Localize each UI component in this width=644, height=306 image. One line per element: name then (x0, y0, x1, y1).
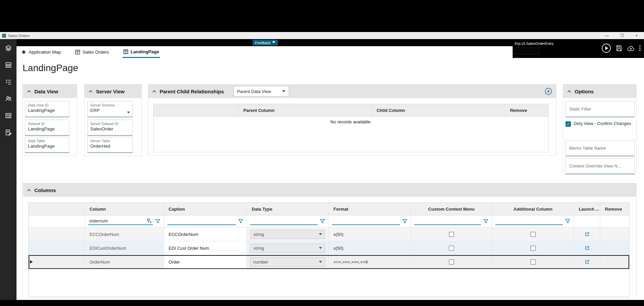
caption-cell[interactable]: EDI Cust Order Num (164, 241, 247, 255)
launch-external-link-icon[interactable] (584, 259, 590, 265)
table-row[interactable]: ECCOrderNum ECCOrderNum string x(50) (29, 227, 629, 241)
data-type-header[interactable]: Data Type (247, 203, 329, 215)
dashboard-icon[interactable] (5, 61, 12, 69)
data-type-dropdown[interactable]: string (250, 244, 325, 253)
custom-context-menu-filter-input[interactable] (414, 217, 481, 225)
add-relationship-button[interactable] (545, 88, 552, 95)
memo-table-name-input[interactable]: Memo Table Name (566, 140, 635, 156)
collapse-chevron-icon[interactable] (89, 90, 93, 93)
launch-header[interactable]: Launch ... (574, 203, 600, 215)
format-cell[interactable]: x(50) (329, 241, 411, 255)
column-cell[interactable]: ECCOrderNum (85, 227, 164, 241)
data-type-dropdown[interactable]: string (250, 230, 325, 239)
collapse-chevron-icon[interactable] (27, 90, 31, 93)
filter-funnel-icon[interactable] (320, 219, 325, 224)
custom-context-menu-header[interactable]: Custom Context Menu (411, 203, 492, 215)
maximize-button[interactable]: ❐ (614, 32, 629, 39)
parent-column-header[interactable]: Parent Column (239, 104, 372, 116)
tab-landingpage[interactable]: LandingPage (123, 46, 160, 58)
columns-panel-header[interactable]: Columns (23, 183, 636, 197)
row-selector-cell[interactable] (29, 227, 85, 241)
form-edit-icon[interactable] (5, 129, 12, 136)
static-filter-input[interactable]: Static Filter (566, 101, 635, 117)
format-cell[interactable]: x(50) (329, 227, 411, 241)
filter-funnel-icon[interactable] (155, 219, 160, 224)
dirty-view-checkbox[interactable] (566, 121, 571, 127)
header-actions (601, 43, 641, 53)
server-dataset-id-field[interactable]: Server Dataset ID SalesOrder (87, 120, 133, 136)
additional-column-header[interactable]: Additional Column (492, 203, 574, 215)
collapse-chevron-icon[interactable] (152, 90, 156, 93)
format-cell[interactable]: >>>,>>>,>>>,>>9 (329, 255, 411, 269)
caption-header[interactable]: Caption (164, 203, 247, 215)
column-cell[interactable]: EDICustOrderNum (85, 241, 164, 255)
tab-application-map[interactable]: Application Map (21, 46, 62, 58)
kebab-menu-icon[interactable] (639, 45, 641, 51)
server-table-field[interactable]: Server Table OrderHed (87, 137, 133, 153)
data-type-cell: string (247, 241, 329, 255)
custom-context-menu-checkbox[interactable] (449, 232, 454, 237)
additional-column-filter-input[interactable] (495, 217, 563, 225)
context-override-view-input[interactable]: Context Override View N... (566, 158, 635, 174)
launch-external-link-icon[interactable] (584, 232, 590, 237)
column-cell[interactable]: OrderNum (85, 255, 164, 269)
field-placeholder: Memo Table Name (569, 146, 606, 151)
format-filter-input[interactable] (332, 217, 400, 225)
layers-icon[interactable] (5, 44, 12, 52)
filter-funnel-icon[interactable] (238, 219, 243, 224)
server-view-panel-header[interactable]: Server View (85, 85, 141, 98)
data-view-panel-header[interactable]: Data View (23, 85, 77, 98)
form-icon (75, 50, 80, 55)
field-label: Data Table (25, 137, 69, 143)
parent-data-view-dropdown[interactable]: Parent Data View (233, 86, 289, 97)
launch-external-link-icon[interactable] (584, 245, 590, 251)
data-table-field[interactable]: Data Table LandingPage (25, 137, 69, 153)
custom-context-menu-checkbox[interactable] (449, 246, 454, 251)
feedback-button[interactable]: Feedback (253, 40, 278, 45)
panel-title: Columns (34, 187, 56, 193)
additional-column-checkbox[interactable] (530, 232, 536, 237)
additional-column-checkbox[interactable] (530, 259, 536, 265)
minimize-button[interactable]: — (600, 32, 614, 39)
additional-column-checkbox[interactable] (530, 246, 536, 251)
filter-funnel-icon[interactable] (565, 219, 570, 224)
caption-filter-input[interactable] (167, 217, 236, 225)
data-type-filter-input[interactable] (250, 217, 318, 225)
table-row[interactable]: EDICustOrderNum EDI Cust Order Num strin… (29, 241, 629, 255)
column-header[interactable]: Column (85, 203, 164, 215)
preview-play-button[interactable] (601, 43, 611, 53)
save-icon[interactable] (616, 45, 622, 52)
data-view-id-field[interactable]: Data View ID LandingPage (25, 101, 69, 117)
format-filter-cell (329, 215, 411, 227)
people-icon[interactable] (5, 95, 12, 102)
parent-child-panel-header[interactable]: Parent Child Relationships Parent Data V… (148, 85, 556, 98)
table-icon[interactable] (5, 112, 12, 119)
clear-filter-icon[interactable] (147, 218, 152, 223)
additional-column-cell (492, 227, 574, 241)
window-titlebar: Sales Orders — ❐ × (0, 32, 644, 39)
row-selector-cell[interactable] (29, 241, 85, 255)
page-content: LandingPage Data View Data View ID Landi… (17, 58, 644, 300)
collapse-chevron-icon[interactable] (27, 189, 31, 191)
close-button[interactable]: × (629, 32, 644, 39)
column-filter-input[interactable]: ordernum (88, 217, 153, 225)
task-list-icon[interactable] (5, 78, 12, 86)
cloud-upload-icon[interactable] (627, 45, 635, 52)
child-column-header[interactable]: Child Column (372, 104, 505, 116)
custom-context-menu-checkbox[interactable] (449, 259, 454, 265)
filter-funnel-icon[interactable] (483, 219, 488, 224)
row-selector-cell[interactable] (29, 255, 85, 269)
filter-funnel-icon[interactable] (402, 219, 407, 224)
caption-cell[interactable]: ECCOrderNum (164, 227, 247, 241)
data-type-dropdown[interactable]: number (250, 257, 325, 267)
caption-cell[interactable]: Order (164, 255, 247, 269)
server-schema-dropdown[interactable]: Server Schema ERP (87, 101, 133, 117)
tab-sales-orders[interactable]: Sales Orders (74, 46, 110, 58)
dataset-id-field[interactable]: Dataset ID LandingPage (25, 120, 69, 136)
format-header[interactable]: Format (329, 203, 411, 215)
options-panel-header[interactable]: Options (563, 85, 636, 98)
collapse-chevron-icon[interactable] (567, 90, 571, 93)
table-row-selected[interactable]: OrderNum Order number >>>,>>>,>>>,>>9 (29, 255, 629, 269)
chevron-down-icon (319, 233, 322, 235)
circle-plus-icon (545, 88, 552, 95)
